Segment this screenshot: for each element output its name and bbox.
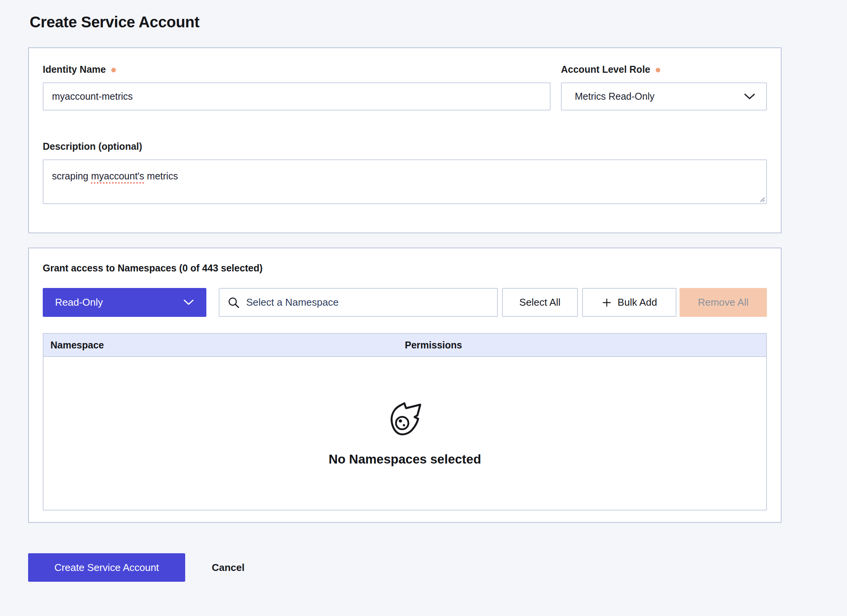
account-level-role-label: Account Level Role: [561, 64, 767, 75]
required-dot-icon: [656, 68, 660, 72]
permission-level-dropdown[interactable]: Read-Only: [43, 288, 206, 317]
namespace-access-card: Grant access to Namespaces (0 of 443 sel…: [28, 248, 782, 523]
description-label: Description (optional): [43, 141, 767, 152]
empty-state-message: No Namespaces selected: [328, 452, 481, 467]
search-icon: [227, 296, 240, 309]
permission-level-value: Read-Only: [55, 296, 103, 308]
form-actions: Create Service Account Cancel: [28, 553, 847, 582]
column-header-namespace: Namespace: [44, 340, 405, 351]
description-text: metrics: [144, 171, 178, 181]
description-text-misspelled: myaccount's: [91, 171, 144, 181]
namespace-controls: Read-Only Select All Bulk Add: [43, 288, 767, 317]
create-service-account-page: Create Service Account Identity Name Acc…: [0, 13, 847, 616]
namespaces-table: Namespace Permissions No Namespaces sele…: [43, 333, 767, 511]
identity-name-input[interactable]: [43, 82, 551, 110]
description-label-text: Description (optional): [43, 141, 142, 152]
description-text: scraping: [52, 171, 91, 181]
description-textarea[interactable]: scraping myaccount's metrics: [43, 159, 767, 204]
description-field: Description (optional) scraping myaccoun…: [43, 141, 767, 204]
account-level-role-value: Metrics Read-Only: [575, 91, 654, 102]
identity-name-field: Identity Name: [43, 64, 551, 110]
create-service-account-button[interactable]: Create Service Account: [28, 553, 185, 582]
identity-name-label: Identity Name: [43, 64, 551, 75]
account-level-role-label-text: Account Level Role: [561, 64, 650, 75]
page-title: Create Service Account: [30, 13, 847, 31]
remove-all-button[interactable]: Remove All: [680, 288, 767, 317]
column-header-permissions: Permissions: [405, 340, 767, 351]
resize-handle-icon[interactable]: [758, 196, 765, 203]
identity-name-label-text: Identity Name: [43, 64, 106, 75]
bulk-add-label: Bulk Add: [618, 296, 657, 308]
namespaces-table-empty-state: No Namespaces selected: [44, 357, 766, 510]
chevron-down-icon: [183, 299, 194, 306]
namespace-section-heading: Grant access to Namespaces (0 of 443 sel…: [43, 262, 767, 274]
select-all-button[interactable]: Select All: [502, 288, 578, 317]
namespace-search[interactable]: [219, 288, 498, 317]
identity-form-card: Identity Name Account Level Role Metrics…: [28, 47, 782, 233]
account-level-role-field: Account Level Role Metrics Read-Only: [561, 64, 767, 110]
chevron-down-icon: [744, 93, 755, 100]
bulk-add-button[interactable]: Bulk Add: [582, 288, 676, 317]
plus-icon: [601, 297, 612, 308]
cancel-button[interactable]: Cancel: [212, 562, 244, 574]
comet-icon: [387, 400, 424, 436]
namespaces-table-header: Namespace Permissions: [44, 334, 766, 357]
required-dot-icon: [111, 68, 116, 72]
namespace-search-input[interactable]: [246, 296, 489, 308]
account-level-role-select[interactable]: Metrics Read-Only: [561, 82, 767, 110]
